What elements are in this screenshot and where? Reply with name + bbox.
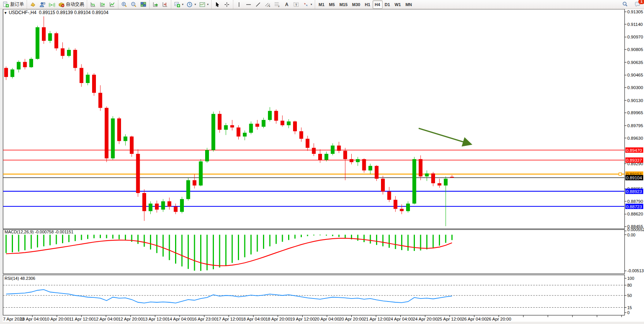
timeframe-button-m5[interactable]: M5	[327, 0, 337, 9]
arrows-button[interactable]: ▾	[301, 0, 314, 9]
candle	[54, 33, 58, 48]
chevron-down-icon[interactable]: ▾	[194, 3, 196, 6]
fibo-button[interactable]: F	[273, 0, 282, 9]
new-order-button[interactable]: 新订单	[1, 0, 26, 9]
bar-chart-button[interactable]	[88, 0, 98, 9]
chevron-down-icon[interactable]: ▾	[311, 3, 312, 6]
line-chart-button[interactable]	[107, 0, 117, 9]
candle-chart-icon	[99, 2, 106, 8]
candle	[218, 114, 222, 130]
profile-button[interactable]	[38, 0, 47, 9]
price-axis-label: 0.89630	[627, 136, 643, 140]
trendline-button[interactable]	[253, 0, 263, 9]
timeframe-button-mn[interactable]: MN	[403, 0, 414, 9]
tile-windows-button[interactable]	[139, 0, 148, 9]
main-pane[interactable]	[3, 9, 625, 229]
candle	[61, 48, 65, 56]
candle	[187, 180, 190, 199]
candle	[337, 145, 341, 151]
text-button[interactable]: A	[282, 0, 292, 9]
timeframe-button-h4[interactable]: H4	[373, 0, 383, 9]
timeframe-button-d1[interactable]: D1	[383, 0, 392, 9]
macd-pane[interactable]	[3, 230, 625, 274]
timeframe-button-w1[interactable]: W1	[392, 0, 403, 9]
new-chart-button[interactable]: ▾	[172, 0, 185, 9]
candle	[318, 154, 322, 160]
candle	[67, 50, 71, 56]
timeframe-button-m30[interactable]: M30	[350, 0, 362, 9]
arrows-icon	[303, 2, 309, 8]
auto-trading-button[interactable]: 自动交易	[57, 0, 86, 9]
cursor-button[interactable]	[213, 0, 222, 9]
candle	[375, 166, 379, 179]
hline-icon	[245, 2, 252, 8]
candle	[387, 192, 391, 200]
candle	[431, 174, 435, 184]
hline-button[interactable]	[244, 0, 253, 9]
toolbar-group-new: ▾▾▾	[171, 0, 211, 9]
zoom-out-button[interactable]	[129, 0, 139, 9]
price-axis-label: 0.90300	[627, 85, 643, 90]
timeframe-button-h1[interactable]: H1	[362, 0, 372, 9]
time-axis-label: 26 Apr 04:00	[462, 317, 486, 321]
chat-button[interactable]: 1	[633, 0, 642, 8]
price-axis-label: 0.89795	[627, 123, 643, 128]
time-axis-label: 14 Apr 04:00	[167, 317, 192, 321]
crosshair-icon	[224, 2, 230, 8]
time-axis-label: 11 Apr 12:00	[69, 317, 94, 321]
template-button[interactable]: ▾	[198, 0, 210, 9]
candle-chart-button[interactable]	[98, 0, 107, 9]
candle	[362, 159, 366, 171]
candle	[413, 159, 416, 204]
time-axis-label: 19 Apr 12:00	[290, 317, 315, 321]
time-axis-label: 25 Apr 12:00	[437, 317, 462, 321]
cursor-icon	[214, 2, 221, 8]
timeframe-button-m1[interactable]: M1	[316, 0, 327, 9]
candle	[199, 161, 203, 185]
price-axis[interactable]: 0.913050.911400.909700.908050.906350.904…	[625, 10, 643, 229]
price-axis-label: 0.89965	[627, 110, 643, 115]
chevron-down-icon[interactable]: ▾	[207, 3, 209, 6]
search-button[interactable]	[620, 0, 630, 8]
crosshair-button[interactable]	[222, 0, 232, 9]
candle	[29, 59, 33, 67]
candle	[444, 179, 448, 185]
chart-shift-icon	[162, 2, 168, 8]
text-icon: A	[284, 2, 290, 8]
period-icon	[187, 2, 193, 8]
gold-button[interactable]	[28, 0, 38, 9]
auto-scroll-button[interactable]	[151, 0, 160, 9]
zoom-in-button[interactable]	[120, 0, 129, 9]
vline-button[interactable]	[234, 0, 244, 9]
period-button[interactable]: ▾	[185, 0, 198, 9]
candle	[193, 180, 196, 185]
channel-button[interactable]: E	[263, 0, 273, 9]
candle	[381, 179, 385, 192]
candle	[312, 148, 316, 154]
candle	[306, 139, 309, 148]
candle	[268, 111, 272, 120]
candle	[293, 121, 297, 131]
chevron-down-icon[interactable]: ▼	[4, 11, 7, 15]
candle	[350, 159, 354, 162]
candle	[230, 125, 234, 128]
new-order-icon	[3, 2, 9, 8]
signal-button[interactable]	[47, 0, 57, 9]
rsi-pane[interactable]	[3, 275, 625, 315]
candle	[400, 209, 404, 211]
timeframe-button-m15[interactable]: M15	[337, 0, 350, 9]
candle	[438, 183, 442, 185]
candle	[325, 154, 328, 160]
chevron-down-icon[interactable]: ▾	[182, 3, 183, 6]
time-axis[interactable]: 7 Apr 202310 Apr 04:0010 Apr 20:0011 Apr…	[3, 315, 622, 321]
line-edit-handle[interactable]	[619, 173, 622, 176]
rsi-axis-label: 0	[627, 310, 630, 315]
label-button[interactable]: T	[292, 0, 301, 9]
candle	[237, 128, 241, 137]
chart-shift-button[interactable]	[160, 0, 170, 9]
template-icon	[199, 2, 206, 8]
time-axis-label: 18 Apr 20:00	[265, 317, 290, 321]
tile-windows-icon	[140, 2, 147, 8]
price-chart-canvas[interactable]: 0.913050.911400.909700.908050.906350.904…	[0, 0, 644, 324]
candle	[343, 151, 347, 159]
